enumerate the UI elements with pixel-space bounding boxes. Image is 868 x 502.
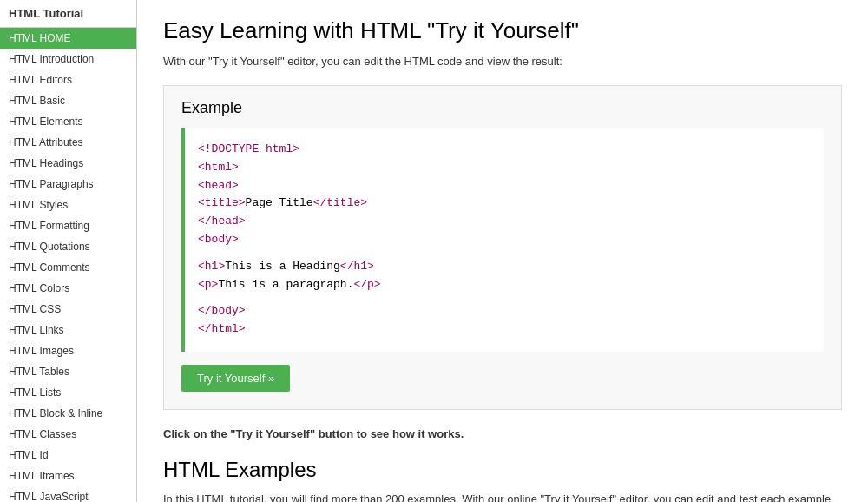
sidebar-item[interactable]: HTML Editors: [0, 69, 136, 90]
intro-text: With our "Try it Yourself" editor, you c…: [163, 55, 842, 68]
sidebar-item[interactable]: HTML Images: [0, 340, 136, 361]
sidebar-nav: HTML HOMEHTML IntroductionHTML EditorsHT…: [0, 28, 136, 502]
sidebar-item[interactable]: HTML Headings: [0, 153, 136, 174]
page-title: Easy Learning with HTML "Try it Yourself…: [163, 17, 842, 44]
code-block: <!DOCTYPE html> <html> <head> <title>Pag…: [181, 128, 824, 352]
sidebar-item[interactable]: HTML Links: [0, 320, 136, 340]
sidebar-item[interactable]: HTML Elements: [0, 111, 136, 132]
example-box: Example <!DOCTYPE html> <html> <head> <t…: [163, 85, 842, 410]
sidebar-item[interactable]: HTML Tables: [0, 361, 136, 382]
click-note: Click on the "Try it Yourself" button to…: [163, 427, 842, 440]
example-label: Example: [181, 99, 824, 117]
sidebar-item[interactable]: HTML Formatting: [0, 215, 136, 236]
sidebar-item[interactable]: HTML Introduction: [0, 49, 136, 69]
sidebar-item[interactable]: HTML Quotations: [0, 236, 136, 257]
sidebar-item[interactable]: HTML Basic: [0, 90, 136, 111]
sidebar-title: HTML Tutorial: [0, 0, 136, 28]
sidebar-item[interactable]: HTML Styles: [0, 195, 136, 215]
main-content: Easy Learning with HTML "Try it Yourself…: [137, 0, 868, 502]
sidebar-item[interactable]: HTML Colors: [0, 278, 136, 299]
sidebar-item[interactable]: HTML Classes: [0, 424, 136, 445]
sidebar-item[interactable]: HTML Block & Inline: [0, 403, 136, 424]
examples-text: In this HTML tutorial, you will find mor…: [163, 492, 842, 502]
sidebar-item[interactable]: HTML CSS: [0, 299, 136, 320]
sidebar: HTML Tutorial HTML HOMEHTML Introduction…: [0, 0, 137, 502]
sidebar-item[interactable]: HTML Iframes: [0, 466, 136, 486]
sidebar-item[interactable]: HTML Paragraphs: [0, 174, 136, 195]
sidebar-item[interactable]: HTML Attributes: [0, 132, 136, 153]
sidebar-item[interactable]: HTML Id: [0, 445, 136, 466]
try-it-yourself-button[interactable]: Try it Yourself »: [181, 365, 290, 392]
sidebar-item[interactable]: HTML Comments: [0, 257, 136, 278]
sidebar-item[interactable]: HTML JavaScript: [0, 486, 136, 502]
sidebar-item[interactable]: HTML Lists: [0, 382, 136, 403]
examples-title: HTML Examples: [163, 458, 842, 482]
sidebar-item[interactable]: HTML HOME: [0, 28, 136, 49]
